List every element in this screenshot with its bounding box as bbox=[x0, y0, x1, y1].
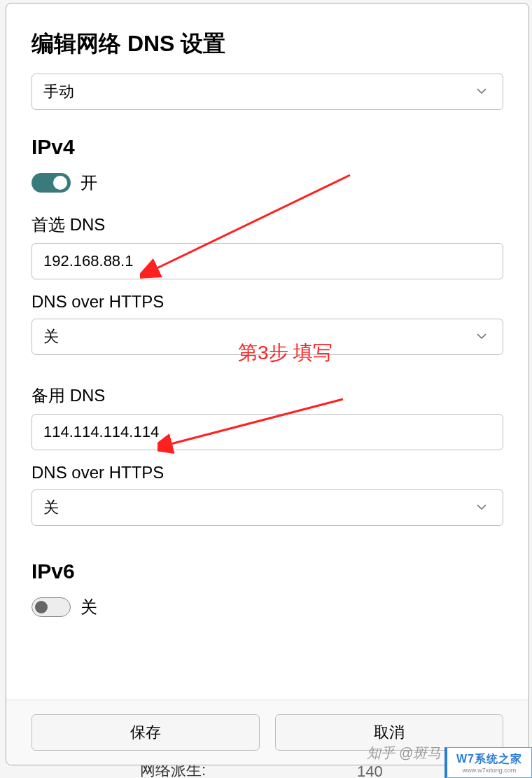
toggle-knob bbox=[53, 176, 67, 190]
zhihu-watermark: 知乎 @斑马 bbox=[367, 744, 441, 763]
ipv6-toggle[interactable] bbox=[31, 597, 71, 617]
alt-dns-input[interactable]: 114.114.114.114 bbox=[31, 414, 503, 450]
ipv6-toggle-row: 关 bbox=[31, 596, 503, 618]
doh-label-2: DNS over HTTPS bbox=[31, 463, 503, 482]
ipv4-heading: IPv4 bbox=[31, 135, 503, 159]
ipv4-toggle[interactable] bbox=[31, 173, 71, 193]
doh-value-1: 关 bbox=[43, 326, 59, 347]
ipv4-toggle-row: 开 bbox=[31, 172, 503, 194]
ipv6-toggle-label: 关 bbox=[80, 596, 97, 618]
watermark-sub: www.w7xitong.com bbox=[463, 767, 517, 774]
doh-label-1: DNS over HTTPS bbox=[31, 292, 503, 312]
dns-mode-select[interactable]: 手动 bbox=[31, 74, 503, 110]
primary-dns-label: 首选 DNS bbox=[31, 214, 503, 236]
alt-dns-value: 114.114.114.114 bbox=[43, 423, 159, 441]
primary-dns-input[interactable]: 192.168.88.1 bbox=[31, 243, 503, 279]
chevron-down-icon bbox=[476, 499, 487, 517]
ipv6-heading: IPv6 bbox=[31, 560, 503, 583]
alt-dns-label: 备用 DNS bbox=[31, 384, 503, 407]
chevron-down-icon bbox=[476, 328, 487, 346]
dns-mode-value: 手动 bbox=[43, 81, 74, 102]
doh-value-2: 关 bbox=[43, 497, 59, 518]
dns-settings-dialog: 编辑网络 DNS 设置 手动 IPv4 开 首选 DNS 192.168.88.… bbox=[6, 3, 529, 765]
watermark-main: W7系统之家 bbox=[456, 752, 522, 767]
site-watermark: W7系统之家 www.w7xitong.com bbox=[444, 747, 532, 778]
save-button[interactable]: 保存 bbox=[31, 714, 260, 751]
toggle-knob bbox=[35, 601, 48, 613]
doh-select-2[interactable]: 关 bbox=[31, 489, 503, 526]
primary-dns-value: 192.168.88.1 bbox=[43, 252, 133, 270]
doh-select-1[interactable]: 关 bbox=[31, 319, 503, 355]
dialog-title: 编辑网络 DNS 设置 bbox=[31, 29, 503, 60]
dialog-body: 编辑网络 DNS 设置 手动 IPv4 开 首选 DNS 192.168.88.… bbox=[6, 4, 528, 700]
chevron-down-icon bbox=[476, 83, 487, 101]
ipv4-toggle-label: 开 bbox=[80, 172, 97, 194]
